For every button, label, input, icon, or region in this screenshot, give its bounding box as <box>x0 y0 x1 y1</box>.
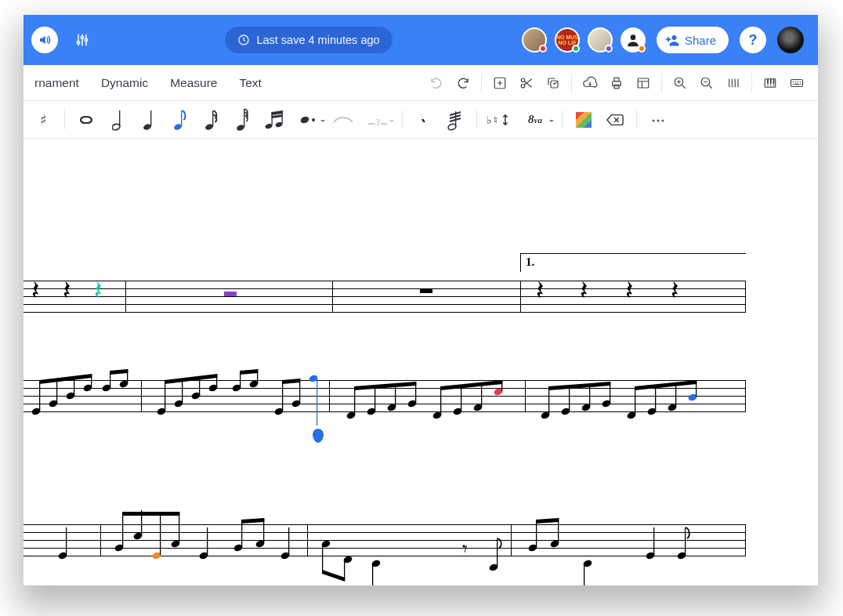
topbar: Last save 4 minutes ago NO MUSNO LIF <box>24 15 818 65</box>
svg-rect-71 <box>282 380 283 411</box>
dot-button[interactable] <box>291 106 327 134</box>
svg-rect-142 <box>497 538 497 567</box>
transpose-icon: ♭♮ <box>485 111 512 129</box>
avatar-owner[interactable] <box>777 27 804 53</box>
collaborator-avatars: NO MUSNO LIF <box>522 27 646 53</box>
insert-button[interactable] <box>487 70 513 96</box>
tuplet-button[interactable]: 3 <box>360 106 396 134</box>
divider <box>571 74 572 92</box>
svg-point-18 <box>81 116 92 122</box>
zoom-in-button[interactable] <box>667 70 693 96</box>
audio-button[interactable] <box>31 27 58 53</box>
svg-rect-11 <box>614 78 619 82</box>
keyboard-icon <box>788 76 805 90</box>
more-button[interactable]: ⋯ <box>643 106 673 134</box>
keyboard-button[interactable] <box>783 70 810 96</box>
svg-rect-57 <box>165 380 165 411</box>
avatar-user-1[interactable] <box>522 27 547 53</box>
svg-rect-12 <box>614 85 619 89</box>
menu-text[interactable]: Text <box>228 65 272 100</box>
svg-rect-59 <box>182 379 183 403</box>
speaker-icon <box>38 33 52 47</box>
transpose-button[interactable]: ♭♮ <box>483 106 513 134</box>
tuplet-icon: 3 <box>367 113 389 127</box>
octave-button[interactable]: 8va <box>515 106 555 134</box>
print-button[interactable] <box>603 70 630 96</box>
svg-rect-28 <box>244 109 244 127</box>
svg-point-1 <box>81 36 83 38</box>
share-button[interactable]: Share <box>657 27 729 53</box>
svg-rect-132 <box>288 527 289 555</box>
whole-note-button[interactable] <box>71 106 101 134</box>
cut-button[interactable] <box>513 70 540 96</box>
menu-measure[interactable]: Measure <box>159 65 228 100</box>
piano-icon <box>762 76 778 90</box>
divider <box>64 111 65 129</box>
whole-rest <box>420 288 432 293</box>
copy-icon <box>546 76 560 90</box>
svg-marker-94 <box>440 380 502 390</box>
redo-button[interactable] <box>450 70 476 96</box>
help-glyph: ? <box>749 32 758 49</box>
download-button[interactable] <box>577 70 603 96</box>
zoom-out-button[interactable] <box>693 70 720 96</box>
sharp-button[interactable]: ♯ <box>28 106 58 134</box>
help-button[interactable]: ? <box>740 27 766 53</box>
last-save-pill[interactable]: Last save 4 minutes ago <box>225 27 392 53</box>
backspace-icon <box>606 113 624 127</box>
svg-rect-96 <box>548 386 549 415</box>
svg-rect-153 <box>685 527 686 555</box>
zoom-in-icon <box>673 76 687 90</box>
menu-text-label: Text <box>239 76 261 90</box>
app-window: Last save 4 minutes ago NO MUSNO LIF <box>24 15 818 585</box>
divider <box>402 111 403 129</box>
dot-icon <box>299 114 318 125</box>
menu-dynamic[interactable]: Dynamic <box>90 65 159 100</box>
svg-marker-137 <box>322 570 345 582</box>
piano-button[interactable] <box>757 70 783 96</box>
avatar-user-4[interactable] <box>620 27 646 53</box>
layout-button[interactable] <box>630 70 657 96</box>
svg-rect-144 <box>536 520 537 547</box>
svg-text:𝄾: 𝄾 <box>462 545 468 553</box>
measures-view-button[interactable] <box>720 70 747 96</box>
svg-rect-22 <box>150 111 151 126</box>
quarter-note-icon <box>143 109 154 131</box>
svg-marker-85 <box>354 382 416 390</box>
mixer-button[interactable] <box>69 27 96 53</box>
svg-rect-107 <box>655 385 656 411</box>
sixteenth-note-icon <box>205 109 218 131</box>
sliders-icon <box>74 32 90 48</box>
half-note-button[interactable] <box>103 106 132 134</box>
avatar-user-2[interactable]: NO MUSNO LIF <box>555 27 580 53</box>
beamed-notes-button[interactable] <box>259 106 289 134</box>
svg-marker-103 <box>548 382 610 390</box>
erase-button[interactable] <box>600 106 630 134</box>
sixteenth-note-button[interactable] <box>197 106 226 134</box>
svg-point-36 <box>312 118 315 121</box>
caesura-button[interactable] <box>409 106 439 134</box>
copy-button[interactable] <box>540 70 566 96</box>
svg-rect-43 <box>39 380 40 411</box>
undo-button[interactable] <box>423 70 450 96</box>
svg-rect-136 <box>344 560 345 579</box>
share-label: Share <box>685 34 716 47</box>
avatar-user-3[interactable] <box>588 27 613 53</box>
caesura-icon <box>418 110 430 130</box>
color-picker-button[interactable] <box>569 106 599 134</box>
svg-rect-120 <box>160 513 161 555</box>
divider <box>481 74 482 92</box>
quarter-note-button[interactable] <box>134 106 164 134</box>
score-canvas[interactable]: 1. 𝄽 𝄽 𝄽 𝄽 𝄽 𝄽 𝄽 <box>24 139 818 585</box>
tie-button[interactable] <box>328 106 358 134</box>
menu-ornament[interactable]: rnament <box>24 65 90 100</box>
svg-rect-139 <box>372 564 373 585</box>
clock-icon <box>237 34 250 46</box>
staff-3-notes: 𝄾 <box>24 501 746 585</box>
svg-point-8 <box>521 84 525 88</box>
tremolo-button[interactable] <box>440 106 470 134</box>
eighth-note-button[interactable] <box>165 106 195 134</box>
svg-point-7 <box>521 78 525 82</box>
thirtysecond-note-button[interactable] <box>228 106 258 134</box>
svg-rect-125 <box>207 527 208 555</box>
